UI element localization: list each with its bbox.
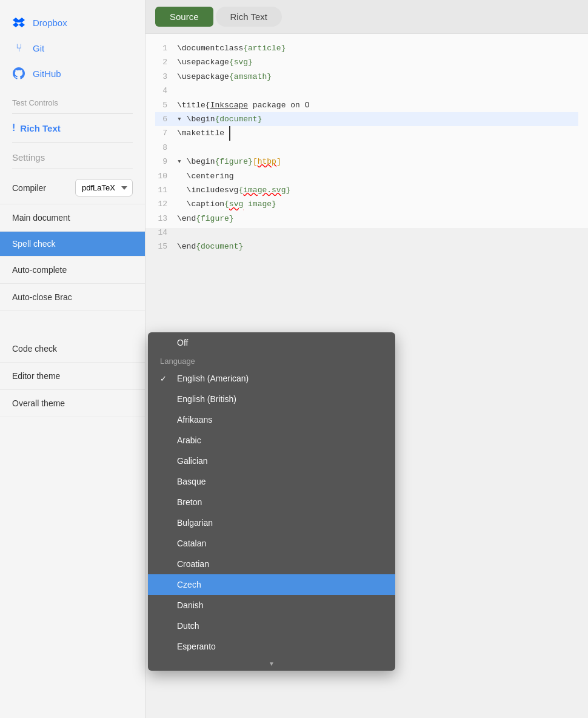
dropbox-icon xyxy=(12,16,25,29)
editor-header: Source Rich Text xyxy=(145,0,588,34)
sidebar-nav: Dropbox ⑂ Git GitHub xyxy=(0,0,145,91)
code-line-12: 12 \caption{svg image} xyxy=(155,197,578,211)
spell-check-row[interactable]: Spell check xyxy=(0,232,145,257)
divider-3 xyxy=(12,169,133,169)
sidebar: Dropbox ⑂ Git GitHub Test Controls ! Ric… xyxy=(0,0,145,718)
dropdown-item-bulgarian[interactable]: Bulgarian xyxy=(148,512,395,533)
auto-complete-row[interactable]: Auto-complete xyxy=(0,257,145,284)
code-line-11: 11 \includesvg{image.svg} xyxy=(155,183,578,197)
sidebar-item-github-label: GitHub xyxy=(33,69,61,79)
auto-close-brac-row[interactable]: Auto-close Brac xyxy=(0,284,145,311)
code-line-9: 9 ▾ \begin{figure}[htbp] xyxy=(155,155,578,169)
dropdown-item-english-american[interactable]: ✓ English (American) xyxy=(148,368,395,389)
spell-check-label: Spell check xyxy=(12,239,56,249)
dropdown-label-esperanto: Esperanto xyxy=(177,642,216,651)
compiler-label: Compiler xyxy=(12,183,46,193)
dropdown-label-danish: Danish xyxy=(177,600,204,610)
overall-theme-row[interactable]: Overall theme xyxy=(0,390,145,417)
dropdown-item-off[interactable]: Off xyxy=(148,332,395,353)
dropdown-item-english-british[interactable]: English (British) xyxy=(148,389,395,409)
main-document-row[interactable]: Main document xyxy=(0,204,145,232)
dropdown-item-arabic[interactable]: Arabic xyxy=(148,430,395,451)
dropdown-label-galician: Galician xyxy=(177,456,208,466)
spell-check-dropdown: Off Language ✓ English (American) Englis… xyxy=(148,332,395,671)
dropdown-item-afrikaans[interactable]: Afrikaans xyxy=(148,409,395,430)
dropdown-label-bulgarian: Bulgarian xyxy=(177,518,213,528)
dropdown-label-arabic: Arabic xyxy=(177,435,201,445)
dropdown-label-english-american: English (American) xyxy=(177,374,249,383)
code-line-7: 7 \maketitle xyxy=(155,126,578,140)
code-line-1: 1 \documentclass{article} xyxy=(155,41,578,55)
git-icon: ⑂ xyxy=(12,41,25,55)
dropdown-item-croatian[interactable]: Croatian xyxy=(148,554,395,574)
sidebar-item-github[interactable]: GitHub xyxy=(0,61,145,86)
rich-text-item[interactable]: ! Rich Text xyxy=(0,116,145,139)
sidebar-item-dropbox-label: Dropbox xyxy=(33,18,67,28)
tab-source[interactable]: Source xyxy=(155,7,213,27)
compiler-select[interactable]: pdfLaTeX xyxy=(75,179,133,196)
dropdown-section-label: Language xyxy=(160,357,195,366)
code-line-8: 8 xyxy=(155,141,578,155)
dropdown-item-galician[interactable]: Galician xyxy=(148,451,395,471)
dropdown-item-dutch[interactable]: Dutch xyxy=(148,616,395,636)
dropdown-label-dutch: Dutch xyxy=(177,621,199,631)
divider-2 xyxy=(12,142,133,143)
dropdown-item-basque[interactable]: Basque xyxy=(148,471,395,492)
rich-text-label: Rich Text xyxy=(20,123,60,133)
dropdown-label-czech: Czech xyxy=(177,580,201,589)
code-line-14: 14 xyxy=(155,226,578,240)
sidebar-item-git[interactable]: ⑂ Git xyxy=(0,35,145,61)
editor-theme-row[interactable]: Editor theme xyxy=(0,363,145,390)
dropdown-item-danish[interactable]: Danish xyxy=(148,595,395,616)
dropdown-label-basque: Basque xyxy=(177,477,205,486)
dropdown-scroll-indicator: ▼ xyxy=(148,657,395,671)
dropdown-item-esperanto[interactable]: Esperanto xyxy=(148,636,395,657)
code-line-15: 15 \end{document} xyxy=(155,240,578,253)
code-line-3: 3 \usepackage{amsmath} xyxy=(155,70,578,84)
code-line-5: 5 \title{Inkscape package on O xyxy=(155,98,578,112)
dropdown-item-czech[interactable]: Czech xyxy=(148,574,395,595)
sidebar-item-git-label: Git xyxy=(33,43,44,53)
checkmark-english-american: ✓ xyxy=(160,374,170,383)
divider-1 xyxy=(12,113,133,114)
dropdown-label-croatian: Croatian xyxy=(177,559,209,569)
code-line-10: 10 \centering xyxy=(155,169,578,183)
compiler-row: Compiler pdfLaTeX xyxy=(0,172,145,204)
exclaim-icon: ! xyxy=(12,122,15,133)
dropdown-item-breton[interactable]: Breton xyxy=(148,492,395,512)
spacer xyxy=(0,311,145,335)
dropdown-label-catalan: Catalan xyxy=(177,538,206,548)
code-line-2: 2 \usepackage{svg} xyxy=(155,55,578,69)
dropdown-label-english-british: English (British) xyxy=(177,394,236,404)
dropdown-label-afrikaans: Afrikaans xyxy=(177,415,212,424)
test-controls-label: Test Controls xyxy=(0,91,145,111)
sidebar-item-dropbox[interactable]: Dropbox xyxy=(0,10,145,35)
code-line-13: 13 \end{figure} xyxy=(155,212,578,226)
code-line-4: 4 xyxy=(155,84,578,98)
dropdown-item-catalan[interactable]: Catalan xyxy=(148,533,395,554)
code-area: 1 \documentclass{article} 2 \usepackage{… xyxy=(145,34,588,228)
dropdown-label-breton: Breton xyxy=(177,497,202,507)
code-check-row[interactable]: Code check xyxy=(0,335,145,363)
dropdown-section-header: Language xyxy=(148,353,395,368)
code-line-6: 6 ▾ \begin{document} xyxy=(155,112,578,126)
tab-richtext[interactable]: Rich Text xyxy=(216,7,282,27)
settings-label: Settings xyxy=(0,145,145,166)
dropdown-off-label: Off xyxy=(177,338,188,347)
github-icon xyxy=(12,67,25,80)
